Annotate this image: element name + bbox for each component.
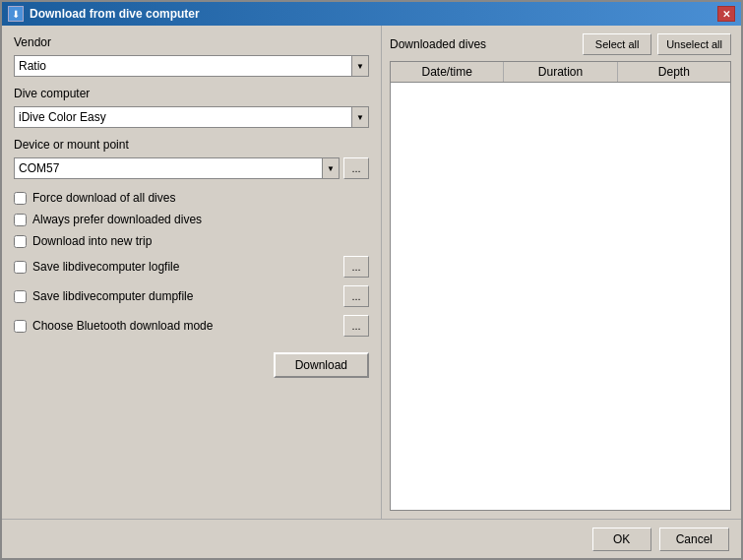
prefer-downloaded-checkbox[interactable] — [14, 214, 27, 226]
device-label: Device or mount point — [14, 138, 369, 152]
device-select[interactable]: COM57 — [14, 157, 340, 179]
logfile-label: Save libdivecomputer logfile — [32, 260, 179, 274]
vendor-dropdown-wrapper: Ratio ▼ — [14, 55, 369, 77]
right-panel-top: Downloaded dives Select all Unselect all — [390, 33, 731, 55]
downloaded-dives-title: Downloaded dives — [390, 37, 486, 51]
dialog-window: ⬇ Download from dive computer ✕ Vendor R… — [0, 0, 743, 560]
device-dropdown-row: COM57 ▼ ... — [14, 157, 369, 179]
dumpfile-checkbox[interactable] — [14, 290, 27, 303]
table-body — [391, 83, 730, 510]
col-datetime: Date/time — [391, 62, 504, 82]
new-trip-label: Download into new trip — [32, 234, 152, 248]
dumpfile-browse-button[interactable]: ... — [343, 285, 369, 307]
bluetooth-label: Choose Bluetooth download mode — [32, 319, 213, 333]
dive-computer-select[interactable]: iDive Color Easy — [14, 106, 369, 128]
vendor-dropdown-row: Ratio ▼ — [14, 55, 369, 77]
prefer-downloaded-label: Always prefer downloaded dives — [32, 213, 202, 226]
col-depth: Depth — [618, 62, 730, 82]
force-download-checkbox[interactable] — [14, 192, 27, 205]
dives-table: Date/time Duration Depth — [390, 61, 731, 511]
checkbox-dumpfile-row: Save libdivecomputer dumpfile ... — [14, 283, 369, 309]
dumpfile-label: Save libdivecomputer dumpfile — [32, 289, 193, 303]
checkbox-force-download: Force download of all dives — [14, 189, 369, 207]
right-panel-buttons: Select all Unselect all — [583, 33, 731, 55]
force-download-label: Force download of all dives — [32, 191, 175, 205]
title-bar-left: ⬇ Download from dive computer — [8, 6, 200, 22]
download-button[interactable]: Download — [274, 352, 369, 378]
logfile-checkbox[interactable] — [14, 261, 27, 274]
bottom-bar: OK Cancel — [2, 519, 741, 558]
col-duration: Duration — [504, 62, 617, 82]
checkbox-logfile-left: Save libdivecomputer logfile — [14, 260, 179, 274]
left-panel: Vendor Ratio ▼ Dive computer iDive Color… — [2, 26, 381, 519]
vendor-label: Vendor — [14, 35, 369, 49]
unselect-all-button[interactable]: Unselect all — [657, 33, 731, 55]
checkbox-bluetooth-row: Choose Bluetooth download mode ... — [14, 313, 369, 339]
dialog-icon: ⬇ — [8, 6, 24, 22]
checkbox-new-trip: Download into new trip — [14, 232, 369, 250]
bluetooth-checkbox[interactable] — [14, 320, 27, 333]
logfile-browse-button[interactable]: ... — [343, 256, 369, 278]
device-browse-button[interactable]: ... — [343, 157, 369, 179]
dialog-body: Vendor Ratio ▼ Dive computer iDive Color… — [2, 26, 741, 519]
checkbox-logfile-row: Save libdivecomputer logfile ... — [14, 254, 369, 280]
right-panel: Downloaded dives Select all Unselect all… — [382, 26, 741, 519]
table-header: Date/time Duration Depth — [391, 62, 730, 83]
dive-computer-label: Dive computer — [14, 87, 369, 100]
ok-button[interactable]: OK — [592, 528, 651, 551]
checkbox-dumpfile-left: Save libdivecomputer dumpfile — [14, 289, 193, 303]
title-bar: ⬇ Download from dive computer ✕ — [2, 2, 741, 26]
device-dropdown-wrapper: COM57 ▼ — [14, 157, 340, 179]
download-btn-row: Download — [14, 352, 369, 378]
close-button[interactable]: ✕ — [717, 6, 735, 22]
bluetooth-browse-button[interactable]: ... — [343, 315, 369, 337]
dive-computer-dropdown-row: iDive Color Easy ▼ — [14, 106, 369, 128]
checkbox-bluetooth-left: Choose Bluetooth download mode — [14, 319, 213, 333]
checkbox-prefer-downloaded: Always prefer downloaded dives — [14, 211, 369, 228]
vendor-select[interactable]: Ratio — [14, 55, 369, 77]
dialog-title: Download from dive computer — [30, 7, 200, 21]
new-trip-checkbox[interactable] — [14, 235, 27, 248]
dive-computer-dropdown-wrapper: iDive Color Easy ▼ — [14, 106, 369, 128]
select-all-button[interactable]: Select all — [583, 33, 651, 55]
cancel-button[interactable]: Cancel — [659, 528, 729, 551]
